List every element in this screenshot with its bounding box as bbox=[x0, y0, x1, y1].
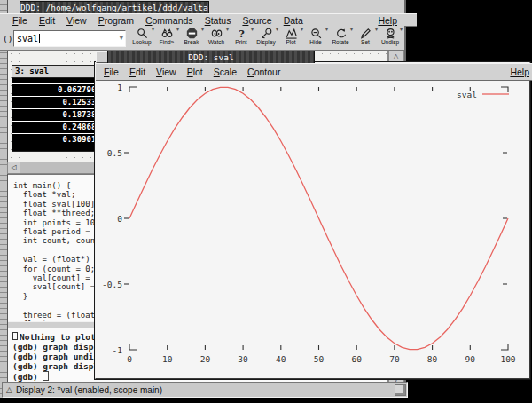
argument-value: sval bbox=[17, 34, 38, 43]
console-bell-icon bbox=[12, 332, 18, 340]
y-tick-label: 1 bbox=[117, 83, 122, 92]
toolbar-button-label: Hide bbox=[309, 39, 321, 45]
pencil-icon bbox=[360, 28, 372, 39]
toolbar-button-label: Display bbox=[256, 39, 275, 45]
plot-menu-help[interactable]: Help bbox=[510, 64, 529, 80]
toolbar-button-label: Undisp bbox=[381, 39, 399, 45]
x-tick-label: 80 bbox=[427, 354, 438, 364]
main-menu-commands[interactable]: Commands bbox=[145, 15, 193, 26]
x-tick-label: 20 bbox=[200, 354, 211, 364]
x-tick-label: 90 bbox=[466, 354, 476, 364]
console-caret bbox=[43, 371, 49, 381]
main-menu-source[interactable]: Source bbox=[242, 15, 271, 26]
plot-menu-plot[interactable]: Plot bbox=[187, 67, 203, 77]
main-menu-edit[interactable]: Edit bbox=[39, 15, 55, 26]
plot-menubar: FileEditViewPlotScaleContourHelp bbox=[96, 63, 532, 81]
gdb-prompt: (gdb) bbox=[12, 372, 43, 382]
resize-grip[interactable] bbox=[395, 384, 406, 396]
y-tick-label: 0.5 bbox=[107, 148, 122, 158]
main-menu-help[interactable]: Help bbox=[378, 14, 397, 26]
skull-icon bbox=[385, 28, 396, 39]
desktop: { "colors": { "curve": "#e8645f", "plot_… bbox=[0, 0, 532, 403]
line-chart-icon bbox=[286, 28, 297, 39]
plot-menu-contour[interactable]: Contour bbox=[247, 67, 280, 77]
hand-display-icon bbox=[261, 28, 272, 39]
toolbar-button-label: Print bbox=[235, 39, 246, 45]
toolbar-button-watch[interactable]: ▾Watch bbox=[204, 27, 229, 49]
stop-sign-icon bbox=[186, 28, 198, 39]
plot-menu-view[interactable]: View bbox=[156, 67, 176, 77]
eyes-icon bbox=[211, 28, 223, 39]
x-tick-label: 10 bbox=[162, 354, 173, 364]
main-menu-file[interactable]: File bbox=[12, 15, 27, 26]
x-tick-label: 50 bbox=[314, 354, 325, 364]
y-tick-label: -1 bbox=[113, 345, 123, 355]
x-tick-label: 100 bbox=[500, 354, 515, 364]
toolbar-button-hide[interactable]: ▾Hide bbox=[303, 27, 328, 49]
toolbar-button-break[interactable]: ▾Break bbox=[179, 27, 204, 49]
dropdown-indicator-icon: ▾ bbox=[400, 26, 403, 32]
x-tick-label: 0 bbox=[127, 354, 132, 364]
main-menu-status[interactable]: Status bbox=[205, 15, 231, 26]
plot-canvas[interactable]: 0102030405060708090100-1-0.500.51sval bbox=[96, 81, 529, 376]
toolbar-button-undisp[interactable]: ▾Undisp bbox=[378, 27, 403, 49]
y-tick-label: 0 bbox=[117, 214, 122, 224]
x-tick-label: 40 bbox=[276, 354, 286, 364]
x-tick-label: 30 bbox=[238, 354, 248, 364]
toolbar-button-lookup[interactable]: ▾Lookup bbox=[129, 27, 154, 49]
main-window-titlebar[interactable]: DDD: /home/wolfgang/artikel/ddd/valtab.c bbox=[20, 1, 209, 13]
plot-menu-edit[interactable]: Edit bbox=[129, 67, 145, 77]
magnifier-icon bbox=[137, 28, 148, 39]
toolbar-button-display[interactable]: ▾Display bbox=[254, 27, 278, 49]
toolbar-button-label: Watch bbox=[208, 39, 224, 45]
toolbar-button-label: Set bbox=[361, 39, 370, 45]
scroll-up-arrow-icon[interactable]: △ bbox=[388, 51, 403, 63]
sine-curve bbox=[129, 87, 508, 349]
plot-window-menu-button[interactable] bbox=[96, 51, 108, 63]
status-bar: △ Display 2: *val (enabled, scope main) bbox=[2, 382, 408, 398]
toolbar-button-print[interactable]: ▾?Print bbox=[229, 27, 254, 49]
status-text: Display 2: *val (enabled, scope main) bbox=[16, 385, 162, 395]
main-menu-view[interactable]: View bbox=[66, 15, 87, 26]
plot-menu-file[interactable]: File bbox=[104, 67, 119, 77]
main-toolbar: (): sval ▼ ▾Lookup▾Find»▾Break▾Watch▾?Pr… bbox=[0, 26, 404, 51]
toolbar-button-label: Break bbox=[184, 39, 200, 45]
main-menubar: FileEditViewProgramCommandsStatusSourceD… bbox=[0, 13, 417, 27]
toolbar-button-plot[interactable]: ▾Plot bbox=[278, 27, 303, 49]
console-warning-text: Nothing to plot bbox=[20, 332, 96, 342]
plot-window: FileEditViewPlotScaleContourHelp 0102030… bbox=[95, 62, 530, 379]
binoculars-icon bbox=[161, 28, 173, 39]
toolbar-button-label: Lookup bbox=[132, 39, 151, 45]
toolbar-buttons: ▾Lookup▾Find»▾Break▾Watch▾?Print▾Display… bbox=[129, 27, 403, 49]
main-menu-program[interactable]: Program bbox=[98, 15, 134, 26]
argument-input[interactable]: sval ▼ bbox=[13, 30, 126, 47]
status-warning-icon: △ bbox=[6, 385, 12, 394]
y-tick-label: -0.5 bbox=[102, 280, 122, 289]
scroll-left-arrow-icon[interactable]: ◁ bbox=[8, 162, 20, 173]
x-tick-label: 60 bbox=[351, 354, 362, 364]
toolbar-button-label: Rotate bbox=[332, 39, 348, 45]
toolbar-button-label: Plot bbox=[286, 39, 295, 45]
x-tick-label: 70 bbox=[389, 354, 400, 364]
horizontal-scrollbar[interactable]: ◁ bbox=[7, 162, 97, 174]
combo-dropdown-icon[interactable]: ▼ bbox=[120, 35, 123, 42]
toolbar-button-set[interactable]: ▾Set bbox=[353, 27, 378, 49]
question-mark-icon: ? bbox=[236, 28, 247, 39]
magnifier-minus-icon bbox=[310, 28, 322, 39]
plot-window-titlebar[interactable]: DDD: sval bbox=[107, 51, 315, 63]
svg-text:?: ? bbox=[239, 28, 245, 39]
window-frame-edge[interactable] bbox=[0, 0, 8, 398]
main-menu-data[interactable]: Data bbox=[284, 15, 303, 26]
legend-label: sval bbox=[457, 90, 477, 99]
toolbar-button-find[interactable]: ▾Find» bbox=[154, 27, 179, 49]
toolbar-button-rotate[interactable]: ▾Rotate bbox=[328, 27, 353, 49]
rotate-arrows-icon bbox=[335, 28, 347, 39]
toolbar-button-label: Find» bbox=[160, 39, 174, 45]
text-caret bbox=[39, 34, 40, 43]
plot-menu-scale[interactable]: Scale bbox=[214, 67, 237, 77]
